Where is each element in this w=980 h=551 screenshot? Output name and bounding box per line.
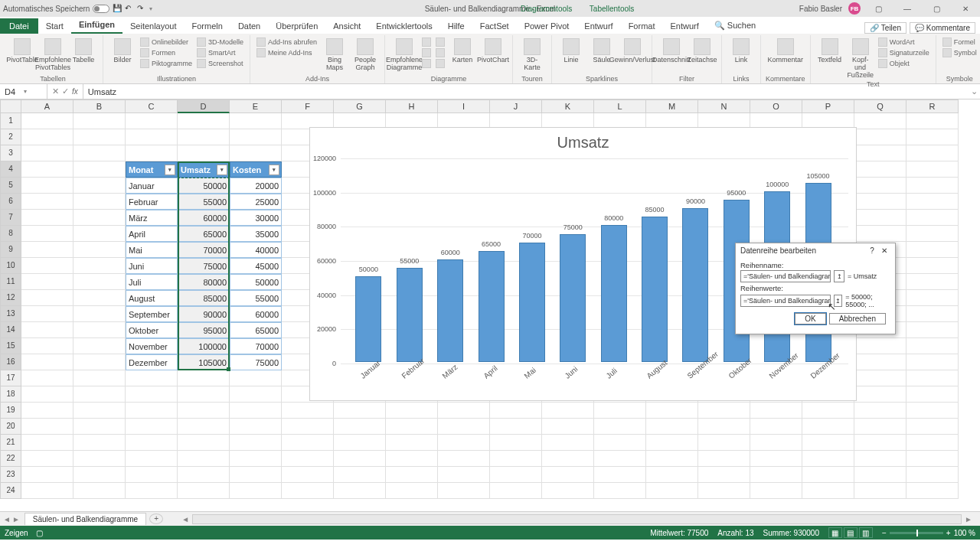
cell[interactable] bbox=[854, 354, 906, 370]
bar-chart-icon[interactable] bbox=[420, 58, 433, 69]
cell[interactable]: März bbox=[126, 210, 178, 226]
row-header[interactable]: 4 bbox=[0, 161, 21, 178]
cell[interactable] bbox=[542, 467, 594, 483]
cell[interactable] bbox=[74, 467, 126, 483]
cell[interactable] bbox=[438, 467, 490, 483]
fx-icon[interactable]: fx bbox=[72, 87, 78, 96]
cell[interactable]: 65000 bbox=[230, 322, 282, 338]
cell[interactable] bbox=[906, 161, 959, 178]
row-header[interactable]: 13 bbox=[0, 306, 21, 322]
cell[interactable] bbox=[21, 403, 74, 419]
scatter-chart-icon[interactable] bbox=[434, 47, 446, 58]
cell[interactable] bbox=[698, 403, 750, 419]
cell[interactable] bbox=[750, 467, 802, 483]
cell[interactable] bbox=[854, 483, 906, 499]
tab-developer[interactable]: Entwicklertools bbox=[368, 18, 439, 34]
cell[interactable] bbox=[698, 435, 750, 451]
cell[interactable]: 60000 bbox=[230, 306, 282, 322]
tab-help[interactable]: Hilfe bbox=[440, 18, 472, 34]
filter-dropdown-icon[interactable]: ▾ bbox=[217, 165, 227, 175]
cell[interactable] bbox=[438, 483, 490, 499]
cell[interactable] bbox=[646, 403, 698, 419]
cell[interactable] bbox=[126, 467, 178, 483]
cell[interactable]: 75000 bbox=[178, 258, 230, 274]
cell[interactable] bbox=[74, 354, 126, 370]
cell[interactable] bbox=[490, 419, 542, 435]
toggle-switch-icon[interactable] bbox=[93, 5, 109, 13]
ribbon-options-icon[interactable]: ▢ bbox=[867, 1, 890, 16]
cell[interactable] bbox=[438, 435, 490, 451]
cell[interactable]: Umsatz▾ bbox=[178, 161, 230, 178]
chart-bar[interactable] bbox=[479, 251, 505, 362]
cell[interactable] bbox=[438, 403, 490, 419]
textbox-button[interactable]: Textfeld bbox=[815, 37, 844, 65]
slicer-button[interactable]: Datenschnitt bbox=[657, 37, 686, 65]
series-values-input[interactable]: ='Säulen- und Balkendiagramme' bbox=[740, 295, 831, 307]
cell[interactable] bbox=[594, 435, 646, 451]
cell[interactable] bbox=[698, 419, 750, 435]
symbol-button[interactable]: Symbol bbox=[941, 47, 978, 58]
page-layout-view-icon[interactable]: ▤ bbox=[844, 527, 858, 538]
cell[interactable] bbox=[594, 403, 646, 419]
pivotchart-button[interactable]: PivotChart bbox=[479, 37, 508, 65]
column-header[interactable]: O bbox=[750, 99, 802, 113]
cell[interactable] bbox=[386, 483, 438, 499]
bing-maps-button[interactable]: Bing Maps bbox=[320, 37, 349, 73]
cell[interactable] bbox=[21, 258, 74, 274]
chart-bar[interactable] bbox=[560, 234, 586, 363]
cell[interactable] bbox=[334, 403, 386, 419]
cell[interactable] bbox=[802, 467, 854, 483]
cell[interactable] bbox=[282, 483, 334, 499]
expand-formula-bar-icon[interactable]: ⌄ bbox=[968, 86, 980, 96]
cell[interactable] bbox=[490, 403, 542, 419]
cell[interactable]: 105000 bbox=[178, 354, 230, 370]
row-header[interactable]: 11 bbox=[0, 274, 21, 290]
row-header[interactable]: 20 bbox=[0, 419, 21, 435]
page-break-view-icon[interactable]: ▥ bbox=[859, 527, 873, 538]
tab-view[interactable]: Ansicht bbox=[325, 18, 368, 34]
cell[interactable]: 75000 bbox=[230, 354, 282, 370]
cell[interactable] bbox=[21, 435, 74, 451]
cell[interactable] bbox=[282, 451, 334, 467]
chart-bar[interactable] bbox=[682, 208, 708, 362]
cell[interactable] bbox=[21, 113, 74, 129]
cell[interactable] bbox=[21, 178, 74, 194]
next-sheet-icon[interactable]: ► bbox=[12, 515, 20, 523]
cell[interactable] bbox=[854, 419, 906, 435]
cell[interactable]: 25000 bbox=[230, 194, 282, 210]
cell[interactable] bbox=[282, 403, 334, 419]
cell[interactable] bbox=[74, 370, 126, 386]
cell[interactable] bbox=[750, 451, 802, 467]
chart-title[interactable]: Umsatz bbox=[310, 128, 856, 155]
cell[interactable] bbox=[21, 386, 74, 403]
cell[interactable] bbox=[178, 113, 230, 129]
cell[interactable] bbox=[178, 451, 230, 467]
cell[interactable] bbox=[21, 274, 74, 290]
cell[interactable] bbox=[21, 161, 74, 178]
cell[interactable] bbox=[542, 451, 594, 467]
save-icon[interactable]: 💾 bbox=[113, 4, 122, 13]
cell[interactable]: Februar bbox=[126, 194, 178, 210]
row-header[interactable]: 19 bbox=[0, 403, 21, 419]
cell[interactable] bbox=[230, 467, 282, 483]
cell[interactable] bbox=[854, 129, 906, 145]
cell[interactable] bbox=[386, 403, 438, 419]
cell[interactable] bbox=[282, 467, 334, 483]
cell[interactable] bbox=[906, 274, 959, 290]
cell[interactable] bbox=[750, 435, 802, 451]
sheet-tab[interactable]: Säulen- und Balkendiagramme bbox=[24, 513, 146, 525]
cell[interactable] bbox=[698, 483, 750, 499]
cell[interactable]: Monat▾ bbox=[126, 161, 178, 178]
column-header[interactable]: K bbox=[542, 99, 594, 113]
cell[interactable] bbox=[178, 403, 230, 419]
row-header[interactable]: 2 bbox=[0, 129, 21, 145]
cell[interactable] bbox=[646, 435, 698, 451]
cell[interactable] bbox=[334, 467, 386, 483]
cell[interactable] bbox=[21, 194, 74, 210]
area-chart-icon[interactable] bbox=[434, 37, 446, 47]
cell[interactable] bbox=[178, 419, 230, 435]
cell[interactable] bbox=[126, 483, 178, 499]
signature-button[interactable]: Signaturzeile bbox=[877, 47, 931, 58]
filter-dropdown-icon[interactable]: ▾ bbox=[269, 165, 279, 175]
cell[interactable] bbox=[74, 145, 126, 161]
